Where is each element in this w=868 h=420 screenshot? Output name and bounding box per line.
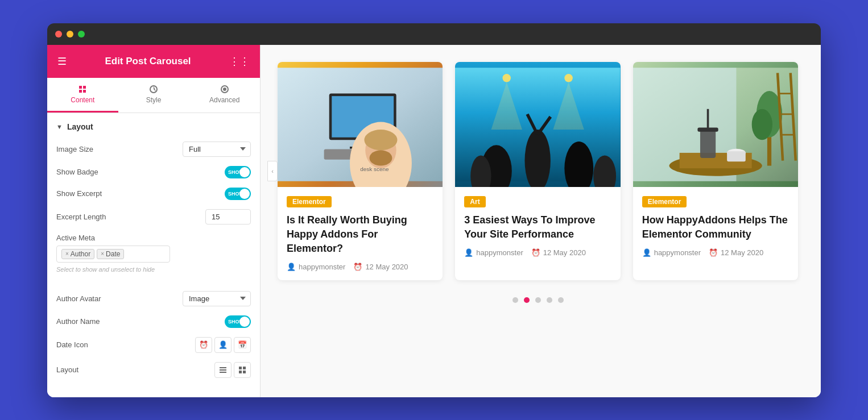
show-excerpt-toggle[interactable]: SHOW	[225, 188, 251, 200]
sidebar: ☰ Edit Post Carousel ⋮⋮ Content Style Ad…	[47, 45, 261, 397]
card-3-author: 👤 happymonster	[642, 248, 701, 257]
active-meta-tags[interactable]: × Author × Date	[56, 246, 170, 263]
card-2-title: 3 Easiest Ways To Improve Your Site Perf…	[464, 213, 611, 242]
author-name-toggle[interactable]: SHOW	[225, 315, 251, 328]
card-1-author: 👤 happymonster	[287, 263, 345, 271]
layout-section-label: Layout	[67, 122, 93, 131]
card-2-date-value: 12 May 2020	[543, 248, 586, 257]
sidebar-collapse-btn[interactable]: ‹	[267, 161, 278, 181]
cards-wrapper: desk scene Elementor Is It Really Worth …	[278, 62, 798, 281]
author-icon-2: 👤	[464, 248, 473, 257]
card-2-badge: Art	[464, 196, 485, 207]
dot-3[interactable]	[535, 297, 541, 303]
dot-4[interactable]	[547, 297, 552, 303]
dot-5[interactable]	[558, 297, 564, 303]
author-avatar-row: Author Avatar Image Icon None	[56, 291, 251, 306]
excerpt-length-input[interactable]	[205, 209, 251, 224]
card-1-image: desk scene	[278, 62, 443, 187]
layout-section-header: ▼ Layout	[56, 122, 251, 131]
card-1: desk scene Elementor Is It Really Worth …	[278, 62, 443, 281]
date-icon-calendar[interactable]: 📅	[234, 337, 251, 353]
show-badge-row: Show Badge SHOW	[56, 166, 251, 178]
card-2-date: ⏰ 12 May 2020	[531, 248, 586, 257]
svg-rect-10	[239, 371, 242, 373]
active-meta-label: Active Meta	[56, 234, 95, 242]
svg-rect-9	[243, 367, 246, 369]
show-badge-toggle[interactable]: SHOW	[225, 166, 251, 178]
chevron-icon: ▼	[56, 123, 63, 130]
grid-icon[interactable]: ⋮⋮	[229, 55, 250, 68]
tag-date-remove[interactable]: ×	[101, 251, 104, 257]
card-3-meta: 👤 happymonster ⏰ 12 May 2020	[642, 248, 789, 257]
card-2: Art 3 Easiest Ways To Improve Your Site …	[455, 62, 620, 281]
active-meta-helper: Select to show and unselect to hide	[56, 266, 155, 273]
layout-row: Layout	[56, 362, 251, 378]
sidebar-title: Edit Post Carousel	[105, 56, 191, 67]
layout-label: Layout	[56, 365, 78, 374]
card-2-body: Art 3 Easiest Ways To Improve Your Site …	[455, 187, 620, 266]
date-icon-clock[interactable]: ⏰	[195, 337, 212, 353]
card-1-body: Elementor Is It Really Worth Buying Happ…	[278, 187, 443, 281]
svg-rect-0	[79, 86, 82, 89]
svg-rect-7	[220, 372, 226, 373]
card-1-title: Is It Really Worth Buying Happy Addons F…	[287, 213, 433, 256]
layout-list-btn[interactable]	[214, 362, 232, 378]
svg-rect-6	[220, 369, 226, 371]
card-2-author-name: happymonster	[476, 248, 523, 257]
date-icon-picker: ⏰ 👤 📅	[195, 337, 251, 353]
maximize-dot[interactable]	[78, 31, 85, 38]
show-excerpt-thumb	[239, 189, 250, 199]
svg-rect-43	[727, 151, 746, 161]
card-2-image	[455, 62, 620, 187]
dot-2[interactable]	[524, 297, 530, 303]
minimize-dot[interactable]	[67, 31, 73, 38]
dot-1[interactable]	[512, 297, 518, 303]
svg-rect-41	[706, 109, 709, 129]
svg-rect-1	[83, 86, 86, 89]
card-3-body: Elementor How HappyAddons Helps The Elem…	[633, 187, 798, 266]
date-icon-3: ⏰	[709, 248, 718, 257]
card-1-date-value: 12 May 2020	[365, 263, 408, 271]
card-1-meta: 👤 happymonster ⏰ 12 May 2020	[287, 263, 433, 271]
card-2-author: 👤 happymonster	[464, 248, 523, 257]
tab-content-label: Content	[71, 96, 94, 104]
excerpt-length-row: Excerpt Length	[56, 209, 251, 224]
tag-author-label: Author	[71, 250, 90, 258]
tab-advanced[interactable]: Advanced	[189, 78, 260, 113]
svg-rect-39	[700, 130, 716, 158]
author-avatar-select[interactable]: Image Icon None	[183, 291, 251, 306]
card-2-meta: 👤 happymonster ⏰ 12 May 2020	[464, 248, 611, 257]
show-badge-label: Show Badge	[56, 168, 98, 176]
browser-window: ☰ Edit Post Carousel ⋮⋮ Content Style Ad…	[47, 23, 821, 397]
sidebar-content: ▼ Layout Image Size Full Large Medium Th…	[47, 113, 260, 397]
close-dot[interactable]	[55, 31, 62, 38]
svg-point-25	[565, 74, 573, 82]
svg-rect-2	[79, 90, 82, 93]
carousel-dots	[278, 297, 798, 303]
date-icon-2: ⏰	[531, 248, 540, 257]
main-content: ‹	[261, 45, 821, 397]
tag-author-remove[interactable]: ×	[65, 251, 69, 257]
tab-content[interactable]: Content	[47, 78, 118, 113]
tag-author[interactable]: × Author	[61, 249, 94, 259]
hamburger-icon[interactable]: ☰	[57, 55, 67, 68]
author-name-label: Author Name	[56, 317, 100, 326]
card-3-badge: Elementor	[642, 196, 687, 207]
card-1-author-name: happymonster	[299, 263, 345, 271]
layout-icons	[214, 362, 251, 378]
card-3-title: How HappyAddons Helps The Elementor Comm…	[642, 213, 789, 242]
svg-rect-3	[83, 90, 86, 93]
svg-point-24	[503, 74, 511, 82]
tab-style-label: Style	[146, 96, 162, 104]
date-icon-1: ⏰	[353, 263, 362, 271]
tab-style[interactable]: Style	[118, 78, 189, 113]
layout-grid-btn[interactable]	[234, 362, 251, 378]
tag-date[interactable]: × Date	[97, 249, 124, 259]
image-size-select[interactable]: Full Large Medium Thumbnail	[183, 142, 251, 157]
image-size-row: Image Size Full Large Medium Thumbnail	[56, 142, 251, 157]
date-icon-person[interactable]: 👤	[214, 337, 232, 353]
browser-titlebar	[47, 23, 821, 45]
show-excerpt-row: Show Excerpt SHOW	[56, 188, 251, 200]
card-1-badge: Elementor	[287, 196, 332, 207]
tag-date-label: Date	[106, 250, 120, 258]
